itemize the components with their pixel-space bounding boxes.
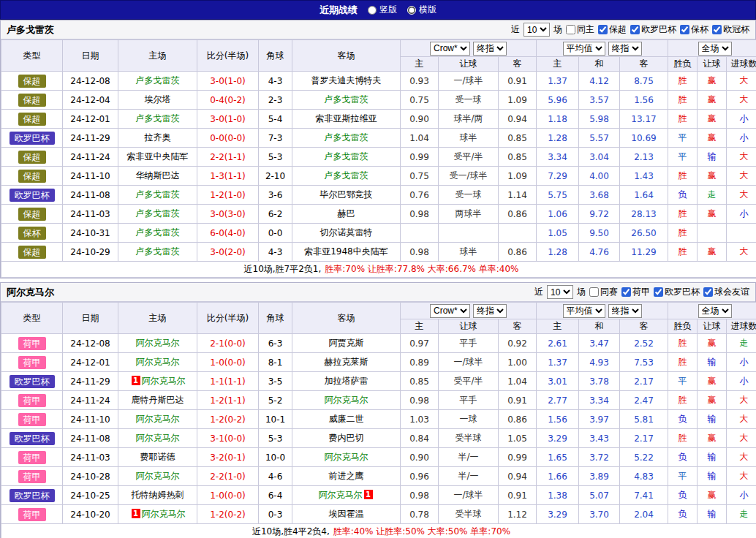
- handicap-result-cell: 输: [698, 353, 727, 372]
- col-header-date: 日期: [63, 40, 118, 72]
- avg-home-cell: 3.29: [537, 429, 579, 448]
- league-checkbox-2[interactable]: [680, 25, 689, 34]
- result-cell: 胜: [668, 205, 698, 224]
- corner-cell: 5-3: [259, 429, 292, 448]
- avg-home-cell: 3.29: [537, 505, 579, 524]
- filter-same[interactable]: 同赛: [589, 286, 618, 298]
- fulltime-select[interactable]: 全场: [698, 304, 732, 318]
- handicap-cell: 一球: [439, 410, 499, 429]
- summary-cell: 近10场,胜7平2负1,胜率:70% 让胜率:77.8% 大率:66.7% 单率…: [1, 262, 756, 278]
- filter-league-1[interactable]: 欧罗巴杯: [654, 286, 700, 298]
- avg-draw-cell: 5.07: [579, 486, 620, 505]
- goals-result-cell: 大: [727, 186, 756, 205]
- filter-league-2[interactable]: 保杯: [680, 23, 708, 36]
- fulltime-select[interactable]: 全场: [698, 42, 732, 56]
- layout-horizontal-option[interactable]: 横版: [407, 4, 436, 16]
- filter-same[interactable]: 同主: [566, 23, 594, 36]
- league-checkbox-1[interactable]: [630, 25, 640, 34]
- odds-final-select[interactable]: 终指: [473, 42, 507, 56]
- team-name-text: 埃尔塔: [145, 94, 171, 105]
- avg-home-cell: 1.38: [537, 486, 579, 505]
- league-badge: 欧罗巴杯: [10, 489, 55, 502]
- filter-league-1[interactable]: 欧罗巴杯: [630, 23, 676, 36]
- odds-away-cell: 0.91: [499, 72, 537, 91]
- avg-source-select[interactable]: 平均值: [563, 304, 605, 318]
- odds-final-select[interactable]: 终指: [473, 304, 507, 318]
- match-row: 欧罗巴杯24-11-291阿尔克马尔1-1(1-1)3-5加拉塔萨雷0.85受平…: [1, 372, 756, 391]
- same-label: 同赛: [600, 286, 618, 298]
- away-cell: 切尔诺莫雷特: [292, 224, 401, 243]
- team-name-text: 卢多戈雷茨: [325, 132, 368, 143]
- home-cell: 阿尔克马尔: [118, 353, 197, 372]
- date-cell: 24-12-08: [63, 334, 118, 353]
- team-title: 阿尔克马尔: [7, 286, 54, 299]
- layout-vertical-option[interactable]: 竖版: [368, 4, 397, 16]
- team-name-text: 切尔诺莫雷特: [320, 227, 373, 238]
- handicap-result-cell: 输: [698, 410, 727, 429]
- match-row: 欧罗巴杯24-11-08卢多戈雷茨1-2(1-0)3-6毕尔巴鄂竞技0.76受一…: [1, 186, 756, 205]
- avg-final-select[interactable]: 终指: [608, 42, 642, 56]
- filters: 近 10 场 同主 保超 欧罗巴杯: [511, 23, 749, 37]
- corner-cell: 0-0: [259, 224, 292, 243]
- odds-source-select[interactable]: Crow*: [430, 42, 470, 56]
- league-checkbox-3[interactable]: [712, 25, 722, 34]
- league-badge: 保杯: [18, 227, 46, 240]
- sub-header-goals: 进球数: [727, 319, 756, 334]
- team-name-text: 阿贾克斯: [329, 338, 364, 348]
- sub-header-avg-home: 主: [537, 57, 579, 72]
- corner-cell: 10-1: [259, 410, 292, 429]
- league-checkbox-2[interactable]: [703, 287, 713, 297]
- handicap-cell: 受平/半: [439, 372, 499, 391]
- score-cell: 3-0(2-0): [197, 243, 259, 262]
- filter-league-2[interactable]: 球会友谊: [703, 286, 749, 298]
- odds-home-cell: 1.04: [401, 129, 439, 148]
- avg-final-select[interactable]: 终指: [608, 304, 642, 318]
- summary-row: 近10场,胜7平2负1,胜率:70% 让胜率:77.8% 大率:66.7% 单率…: [1, 262, 756, 278]
- odds-home-cell: 0.98: [401, 205, 439, 224]
- league-checkbox-1[interactable]: [654, 287, 663, 297]
- league-checkbox-0[interactable]: [621, 287, 631, 297]
- vertical-radio[interactable]: [368, 6, 377, 15]
- league-cell: 保杯: [1, 224, 63, 243]
- filter-league-0[interactable]: 保超: [598, 23, 627, 36]
- corner-cell: 10-0: [259, 448, 292, 467]
- same-checkbox[interactable]: [566, 25, 575, 34]
- avg-draw-cell: 4.12: [579, 72, 620, 91]
- red-card-badge: 1: [132, 376, 140, 385]
- away-cell: 费内巴切: [292, 429, 401, 448]
- odds-away-cell: 0.85: [499, 148, 537, 167]
- filter-league-3[interactable]: 欧冠杯: [712, 23, 749, 36]
- recent-count-select[interactable]: 10: [547, 285, 573, 299]
- score-cell: 3-0(1-0): [197, 110, 259, 129]
- result-cell: 胜: [668, 243, 698, 262]
- team-bar: 阿尔克马尔 近 10 场 同赛 荷甲 欧罗巴杯: [1, 283, 755, 302]
- home-cell: 埃尔塔: [118, 91, 197, 110]
- odds-away-cell: 1.12: [499, 505, 537, 524]
- goals-result-cell: 大: [727, 391, 756, 410]
- team-name-text: 阿尔克马尔: [142, 509, 186, 519]
- match-row: 欧罗巴杯24-11-29拉齐奥0-0(0-0)7-3卢多戈雷茨1.04球半0.8…: [1, 129, 756, 148]
- result-cell: 胜: [668, 167, 698, 186]
- games-label: 场: [553, 23, 562, 36]
- avg-draw-cell: 9.72: [579, 205, 620, 224]
- avg-away-cell: 7.53: [620, 353, 668, 372]
- league-label: 欧冠杯: [723, 23, 749, 36]
- handicap-result-cell: [698, 224, 727, 243]
- filter-league-0[interactable]: 荷甲: [621, 286, 650, 298]
- goals-result-cell: 小: [727, 110, 756, 129]
- away-cell: 阿尔克马尔: [292, 391, 401, 410]
- corner-cell: 4-3: [259, 72, 292, 91]
- odds-source-select[interactable]: Crow*: [430, 304, 470, 318]
- horizontal-radio[interactable]: [407, 6, 416, 15]
- recent-count-select[interactable]: 10: [523, 23, 550, 37]
- away-cell: 前进之鹰: [292, 467, 401, 486]
- avg-source-select[interactable]: 平均值: [563, 42, 605, 56]
- team-bar: 卢多戈雷茨 近 10 场 同主 保超 欧罗巴杯: [1, 20, 755, 39]
- date-cell: 24-12-08: [63, 72, 118, 91]
- same-checkbox[interactable]: [589, 287, 599, 297]
- away-cell: 加拉塔萨雷: [292, 372, 401, 391]
- corner-cell: 8-1: [259, 353, 292, 372]
- league-checkbox-0[interactable]: [598, 25, 608, 34]
- league-cell: 保超: [1, 72, 63, 91]
- avg-away-cell: 2.52: [620, 334, 668, 353]
